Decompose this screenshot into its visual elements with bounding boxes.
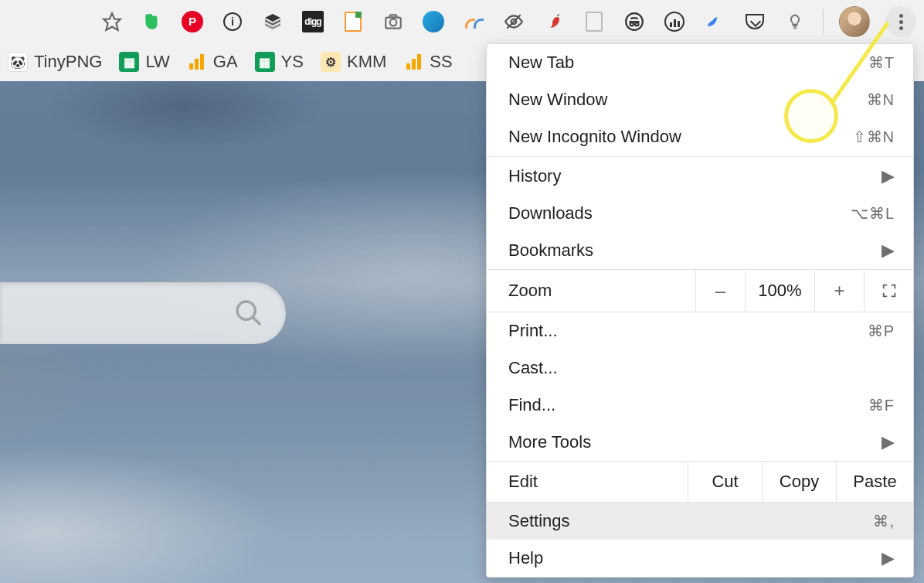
menu-downloads[interactable]: Downloads ⌥⌘L (487, 195, 913, 232)
bookmark-label: LW (145, 52, 169, 72)
edit-paste-button[interactable]: Paste (836, 462, 913, 502)
menu-edit: Edit Cut Copy Paste (487, 461, 913, 503)
svg-marker-0 (104, 13, 121, 30)
kmm-icon: ⚙ (321, 52, 341, 72)
eye-off-icon[interactable] (501, 9, 526, 34)
menu-more-tools[interactable]: More Tools ▶ (487, 424, 913, 461)
menu-label: History (508, 166, 561, 186)
menu-shortcut: ⇧⌘N (853, 128, 895, 146)
menu-label: Print... (508, 321, 558, 341)
bookmark-lw[interactable]: ▦ LW (119, 52, 169, 72)
bookmark-label: GA (213, 52, 238, 72)
menu-help[interactable]: Help ▶ (487, 540, 913, 577)
bookmark-label: KMM (347, 52, 386, 72)
blue-circle-icon[interactable] (421, 9, 446, 34)
star-icon[interactable] (100, 9, 124, 34)
menu-label: Find... (508, 395, 555, 415)
camera-icon[interactable] (381, 9, 406, 34)
svg-point-11 (635, 22, 638, 26)
digg-icon[interactable]: digg (301, 9, 325, 34)
zoom-level: 100% (745, 270, 814, 312)
chrome-main-menu: New Tab ⌘T New Window ⌘N New Incognito W… (486, 43, 914, 578)
menu-zoom: Zoom – 100% + (487, 269, 913, 312)
menu-label: Zoom (487, 281, 695, 301)
document-icon[interactable] (341, 9, 365, 34)
menu-find[interactable]: Find... ⌘F (487, 387, 913, 424)
svg-point-12 (237, 302, 255, 319)
menu-label: Downloads (508, 203, 593, 223)
menu-shortcut: ⌘N (867, 90, 895, 109)
bookmark-kmm[interactable]: ⚙ KMM (321, 52, 386, 72)
chevron-right-icon: ▶ (882, 166, 895, 186)
buffer-icon[interactable] (260, 9, 285, 34)
menu-label: Settings (508, 511, 570, 531)
menu-label: New Window (508, 90, 607, 110)
wing-icon[interactable] (702, 9, 727, 34)
menu-label: Cast... (508, 358, 558, 378)
toolbar-separator (823, 9, 824, 35)
menu-label: More Tools (508, 432, 591, 452)
arc-icon[interactable] (461, 9, 486, 34)
menu-label: Bookmarks (508, 240, 593, 261)
menu-shortcut: ⌥⌘L (851, 204, 895, 223)
sheets-icon: ▦ (255, 52, 275, 72)
fullscreen-button[interactable] (864, 270, 913, 312)
menu-new-tab[interactable]: New Tab ⌘T (487, 44, 913, 81)
bookmark-ss[interactable]: SS (403, 52, 452, 72)
edit-copy-button[interactable]: Copy (762, 462, 836, 502)
menu-new-window[interactable]: New Window ⌘N (487, 81, 913, 118)
svg-point-10 (630, 22, 634, 26)
chevron-right-icon: ▶ (882, 240, 895, 261)
analytics-icon (403, 52, 423, 72)
zoom-out-button[interactable]: – (695, 270, 745, 312)
menu-label: Edit (487, 472, 688, 492)
profile-avatar[interactable] (839, 6, 870, 37)
incognito-spy-icon[interactable] (622, 9, 647, 34)
menu-bookmarks[interactable]: Bookmarks ▶ (487, 232, 913, 269)
svg-line-13 (253, 317, 260, 325)
chevron-right-icon: ▶ (882, 432, 895, 452)
menu-label: New Tab (508, 53, 574, 73)
menu-history[interactable]: History ▶ (487, 158, 913, 195)
chili-icon[interactable] (542, 9, 566, 34)
edit-cut-button[interactable]: Cut (688, 462, 762, 502)
sheets-icon: ▦ (119, 52, 139, 72)
menu-shortcut: ⌘F (868, 396, 895, 414)
search-icon (233, 298, 264, 329)
menu-shortcut: ⌘T (868, 53, 895, 72)
menu-label: New Incognito Window (508, 127, 681, 147)
analytics-icon (187, 52, 207, 72)
svg-rect-6 (390, 15, 397, 17)
menu-separator (487, 156, 913, 157)
search-box[interactable] (0, 282, 286, 344)
pocket-icon[interactable] (742, 9, 767, 34)
bookmark-label: SS (430, 52, 452, 72)
bookmark-label: YS (281, 52, 304, 72)
menu-label: Help (508, 548, 543, 568)
chart-circle-icon[interactable] (662, 9, 687, 34)
bookmark-ga[interactable]: GA (187, 52, 238, 72)
info-icon[interactable]: i (220, 9, 245, 34)
tinypng-icon: 🐼 (8, 52, 28, 72)
bookmark-label: TinyPNG (34, 52, 102, 72)
zoom-in-button[interactable]: + (814, 270, 864, 312)
chevron-right-icon: ▶ (882, 548, 895, 568)
menu-shortcut: ⌘, (873, 512, 895, 530)
menu-cast[interactable]: Cast... (487, 349, 913, 387)
menu-shortcut: ⌘P (868, 322, 895, 340)
pinterest-icon[interactable]: P (180, 9, 205, 34)
menu-new-incognito[interactable]: New Incognito Window ⇧⌘N (487, 118, 913, 155)
menu-print[interactable]: Print... ⌘P (487, 312, 913, 349)
evernote-icon[interactable] (140, 9, 165, 34)
bookmark-ys[interactable]: ▦ YS (255, 52, 304, 72)
bookmark-tinypng[interactable]: 🐼 TinyPNG (8, 52, 102, 72)
bulb-icon[interactable] (783, 9, 807, 34)
svg-point-5 (390, 19, 397, 26)
page-icon[interactable] (582, 9, 606, 34)
menu-settings[interactable]: Settings ⌘, (487, 503, 913, 540)
browser-toolbar: P i digg (0, 0, 924, 43)
chrome-menu-button[interactable] (885, 6, 916, 37)
fullscreen-icon (881, 282, 898, 299)
